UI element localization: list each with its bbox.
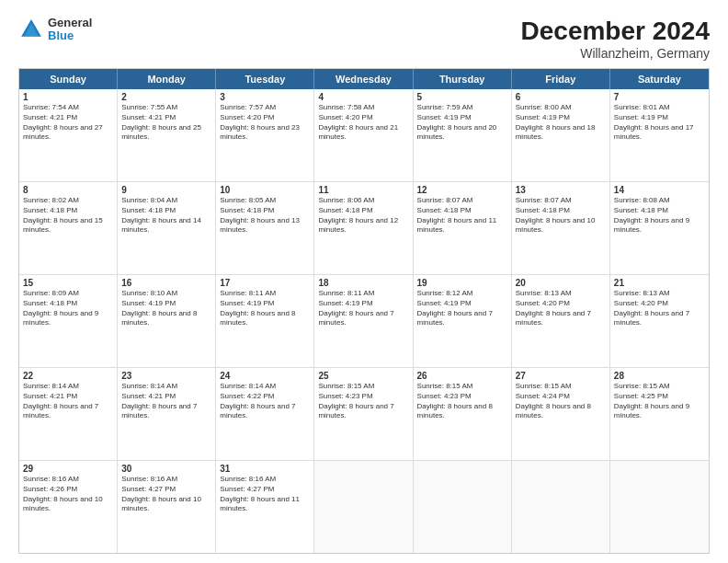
day-info: Sunrise: 8:13 AMSunset: 4:20 PMDaylight:…	[516, 289, 606, 328]
logo-icon	[18, 17, 44, 42]
day-info: Sunrise: 8:16 AMSunset: 4:26 PMDaylight:…	[23, 475, 113, 514]
day-info: Sunrise: 7:59 AMSunset: 4:19 PMDaylight:…	[417, 103, 507, 143]
day-cell-11: 11Sunrise: 8:06 AMSunset: 4:18 PMDayligh…	[314, 182, 413, 274]
day-header-tuesday: Tuesday	[216, 69, 314, 89]
day-info: Sunrise: 8:09 AMSunset: 4:18 PMDaylight:…	[23, 289, 113, 328]
day-number: 20	[516, 278, 606, 288]
day-cell-6: 6Sunrise: 8:00 AMSunset: 4:19 PMDaylight…	[512, 89, 610, 181]
page-subtitle: Willanzheim, Germany	[521, 46, 710, 61]
day-info: Sunrise: 8:00 AMSunset: 4:19 PMDaylight:…	[516, 103, 606, 143]
day-cell-29: 29Sunrise: 8:16 AMSunset: 4:26 PMDayligh…	[19, 461, 118, 553]
calendar-page: General Blue December 2024 Willanzheim, …	[0, 0, 728, 563]
empty-cell	[512, 461, 610, 553]
calendar-row-2: 8Sunrise: 8:02 AMSunset: 4:18 PMDaylight…	[19, 181, 709, 274]
day-info: Sunrise: 8:15 AMSunset: 4:23 PMDaylight:…	[318, 382, 408, 421]
day-cell-15: 15Sunrise: 8:09 AMSunset: 4:18 PMDayligh…	[19, 275, 118, 367]
logo: General Blue	[18, 17, 92, 43]
empty-cell	[610, 461, 709, 553]
day-number: 26	[417, 371, 507, 381]
logo-blue: Blue	[48, 29, 92, 42]
day-header-wednesday: Wednesday	[314, 69, 413, 89]
day-info: Sunrise: 8:16 AMSunset: 4:27 PMDaylight:…	[121, 475, 211, 514]
day-cell-1: 1Sunrise: 7:54 AMSunset: 4:21 PMDaylight…	[19, 89, 118, 181]
day-number: 9	[121, 185, 211, 195]
day-cell-14: 14Sunrise: 8:08 AMSunset: 4:18 PMDayligh…	[610, 182, 709, 274]
day-info: Sunrise: 8:15 AMSunset: 4:24 PMDaylight:…	[516, 382, 606, 421]
day-number: 11	[318, 185, 408, 195]
day-header-sunday: Sunday	[19, 69, 118, 89]
day-number: 14	[614, 185, 705, 195]
day-number: 10	[220, 185, 310, 195]
day-number: 13	[516, 185, 606, 195]
day-number: 15	[23, 278, 113, 288]
day-number: 8	[23, 185, 113, 195]
day-number: 1	[23, 92, 113, 102]
day-info: Sunrise: 8:12 AMSunset: 4:19 PMDaylight:…	[417, 289, 507, 328]
day-cell-8: 8Sunrise: 8:02 AMSunset: 4:18 PMDaylight…	[19, 182, 118, 274]
day-info: Sunrise: 8:11 AMSunset: 4:19 PMDaylight:…	[318, 289, 408, 328]
day-cell-23: 23Sunrise: 8:14 AMSunset: 4:21 PMDayligh…	[118, 368, 216, 460]
day-cell-28: 28Sunrise: 8:15 AMSunset: 4:25 PMDayligh…	[610, 368, 709, 460]
day-number: 22	[23, 371, 113, 381]
day-number: 24	[220, 371, 310, 381]
day-cell-25: 25Sunrise: 8:15 AMSunset: 4:23 PMDayligh…	[314, 368, 413, 460]
day-cell-31: 31Sunrise: 8:16 AMSunset: 4:27 PMDayligh…	[216, 461, 314, 553]
day-info: Sunrise: 8:05 AMSunset: 4:18 PMDaylight:…	[220, 196, 310, 236]
calendar-row-1: 1Sunrise: 7:54 AMSunset: 4:21 PMDaylight…	[19, 89, 709, 181]
calendar-body: 1Sunrise: 7:54 AMSunset: 4:21 PMDaylight…	[19, 89, 709, 553]
header: General Blue December 2024 Willanzheim, …	[18, 17, 710, 61]
day-header-thursday: Thursday	[414, 69, 512, 89]
day-cell-27: 27Sunrise: 8:15 AMSunset: 4:24 PMDayligh…	[512, 368, 610, 460]
logo-text: General Blue	[48, 17, 92, 43]
day-cell-19: 19Sunrise: 8:12 AMSunset: 4:19 PMDayligh…	[414, 275, 512, 367]
day-number: 27	[516, 371, 606, 381]
day-info: Sunrise: 8:15 AMSunset: 4:25 PMDaylight:…	[614, 382, 705, 421]
page-title: December 2024	[521, 17, 710, 46]
day-cell-12: 12Sunrise: 8:07 AMSunset: 4:18 PMDayligh…	[414, 182, 512, 274]
day-cell-3: 3Sunrise: 7:57 AMSunset: 4:20 PMDaylight…	[216, 89, 314, 181]
day-cell-21: 21Sunrise: 8:13 AMSunset: 4:20 PMDayligh…	[610, 275, 709, 367]
day-number: 25	[318, 371, 408, 381]
day-cell-10: 10Sunrise: 8:05 AMSunset: 4:18 PMDayligh…	[216, 182, 314, 274]
day-cell-26: 26Sunrise: 8:15 AMSunset: 4:23 PMDayligh…	[414, 368, 512, 460]
day-info: Sunrise: 7:57 AMSunset: 4:20 PMDaylight:…	[220, 103, 310, 143]
day-info: Sunrise: 8:14 AMSunset: 4:21 PMDaylight:…	[121, 382, 211, 421]
day-number: 17	[220, 278, 310, 288]
day-info: Sunrise: 8:07 AMSunset: 4:18 PMDaylight:…	[417, 196, 507, 236]
day-cell-4: 4Sunrise: 7:58 AMSunset: 4:20 PMDaylight…	[314, 89, 413, 181]
day-info: Sunrise: 8:16 AMSunset: 4:27 PMDaylight:…	[220, 475, 310, 514]
logo-general: General	[48, 17, 92, 29]
day-cell-7: 7Sunrise: 8:01 AMSunset: 4:19 PMDaylight…	[610, 89, 709, 181]
empty-cell	[414, 461, 512, 553]
day-info: Sunrise: 8:15 AMSunset: 4:23 PMDaylight:…	[417, 382, 507, 421]
day-cell-30: 30Sunrise: 8:16 AMSunset: 4:27 PMDayligh…	[118, 461, 216, 553]
day-cell-2: 2Sunrise: 7:55 AMSunset: 4:21 PMDaylight…	[118, 89, 216, 181]
day-number: 16	[121, 278, 211, 288]
calendar: SundayMondayTuesdayWednesdayThursdayFrid…	[18, 68, 710, 554]
calendar-row-5: 29Sunrise: 8:16 AMSunset: 4:26 PMDayligh…	[19, 460, 709, 553]
title-block: December 2024 Willanzheim, Germany	[521, 17, 710, 61]
day-info: Sunrise: 8:04 AMSunset: 4:18 PMDaylight:…	[121, 196, 211, 236]
day-number: 2	[121, 92, 211, 102]
day-number: 31	[220, 464, 310, 474]
day-cell-16: 16Sunrise: 8:10 AMSunset: 4:19 PMDayligh…	[118, 275, 216, 367]
day-cell-24: 24Sunrise: 8:14 AMSunset: 4:22 PMDayligh…	[216, 368, 314, 460]
day-info: Sunrise: 7:55 AMSunset: 4:21 PMDaylight:…	[121, 103, 211, 143]
day-cell-17: 17Sunrise: 8:11 AMSunset: 4:19 PMDayligh…	[216, 275, 314, 367]
day-number: 3	[220, 92, 310, 102]
day-number: 18	[318, 278, 408, 288]
day-info: Sunrise: 8:13 AMSunset: 4:20 PMDaylight:…	[614, 289, 705, 328]
day-number: 12	[417, 185, 507, 195]
day-info: Sunrise: 8:10 AMSunset: 4:19 PMDaylight:…	[121, 289, 211, 328]
day-number: 21	[614, 278, 705, 288]
day-info: Sunrise: 8:11 AMSunset: 4:19 PMDaylight:…	[220, 289, 310, 328]
day-cell-5: 5Sunrise: 7:59 AMSunset: 4:19 PMDaylight…	[414, 89, 512, 181]
day-number: 7	[614, 92, 705, 102]
day-info: Sunrise: 8:02 AMSunset: 4:18 PMDaylight:…	[23, 196, 113, 236]
day-cell-20: 20Sunrise: 8:13 AMSunset: 4:20 PMDayligh…	[512, 275, 610, 367]
calendar-row-4: 22Sunrise: 8:14 AMSunset: 4:21 PMDayligh…	[19, 367, 709, 460]
day-header-saturday: Saturday	[610, 69, 709, 89]
day-number: 28	[614, 371, 705, 381]
day-info: Sunrise: 8:06 AMSunset: 4:18 PMDaylight:…	[318, 196, 408, 236]
day-cell-13: 13Sunrise: 8:07 AMSunset: 4:18 PMDayligh…	[512, 182, 610, 274]
